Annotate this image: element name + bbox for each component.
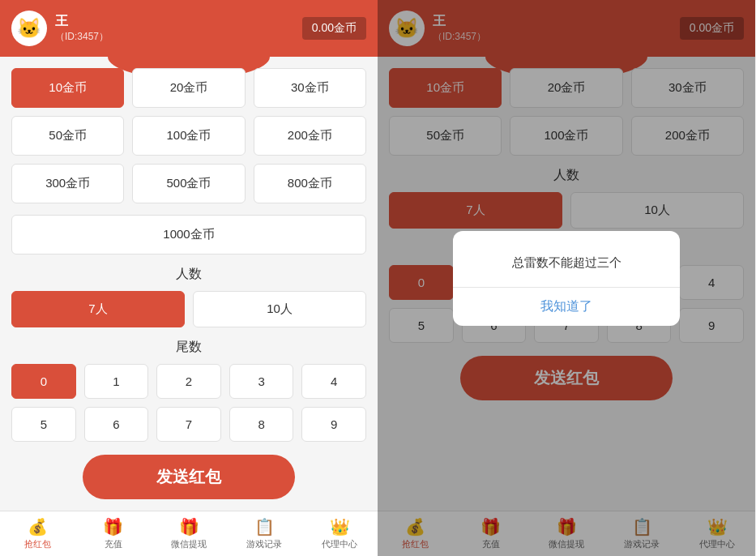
left-user-info: 🐱 王 （ID:3457） <box>11 11 109 46</box>
dialog-overlay: 总雷数不能超过三个 我知道了 <box>378 0 755 556</box>
tail-btn-1[interactable]: 1 <box>84 364 149 399</box>
left-people-title: 人数 <box>11 266 366 283</box>
alert-dialog: 总雷数不能超过三个 我知道了 <box>453 231 680 326</box>
tail-btn-8[interactable]: 8 <box>229 407 294 442</box>
left-nav-grab-label: 抢红包 <box>24 538 51 550</box>
grab-icon: 💰 <box>28 517 48 537</box>
dialog-confirm-button[interactable]: 我知道了 <box>453 288 680 326</box>
left-nav-withdraw[interactable]: 🎁 微信提现 <box>151 511 226 556</box>
amount-btn-20[interactable]: 20金币 <box>132 68 245 108</box>
dialog-footer: 我知道了 <box>453 287 680 326</box>
left-amount-single-row: 1000金币 <box>11 215 366 254</box>
amount-btn-800[interactable]: 800金币 <box>254 164 366 203</box>
amount-btn-300[interactable]: 300金币 <box>11 164 124 203</box>
tail-btn-0[interactable]: 0 <box>11 364 76 399</box>
left-send-button[interactable]: 发送红包 <box>83 455 296 499</box>
agent-icon: 👑 <box>330 517 350 537</box>
tail-btn-3[interactable]: 3 <box>229 364 294 399</box>
amount-btn-1000[interactable]: 1000金币 <box>11 215 366 254</box>
left-avatar: 🐱 <box>11 11 47 46</box>
dialog-body: 总雷数不能超过三个 <box>453 231 680 287</box>
amount-btn-500[interactable]: 500金币 <box>132 164 245 203</box>
withdraw-icon: 🎁 <box>179 517 199 537</box>
left-nav-recharge-label: 充值 <box>105 538 122 550</box>
left-nav-agent-label: 代理中心 <box>322 538 357 550</box>
left-panel: 🐱 王 （ID:3457） 0.00金币 10金币 20金币 30金币 50金币… <box>0 0 378 556</box>
left-nav-history[interactable]: 📋 游戏记录 <box>227 511 302 556</box>
tail-btn-9[interactable]: 9 <box>301 407 366 442</box>
people-btn-10[interactable]: 10人 <box>193 291 366 327</box>
dialog-message: 总雷数不能超过三个 <box>469 255 664 271</box>
right-panel: 🐱 王 （ID:3457） 0.00金币 10金币 20金币 30金币 50金币… <box>378 0 755 556</box>
left-bottom-nav: 💰 抢红包 🎁 充值 🎁 微信提现 📋 游戏记录 👑 代理中心 <box>0 511 378 556</box>
amount-btn-50[interactable]: 50金币 <box>11 116 124 156</box>
amount-btn-30[interactable]: 30金币 <box>254 68 366 108</box>
left-user-name: 王 <box>55 13 109 30</box>
left-user-id: （ID:3457） <box>55 30 109 44</box>
left-nav-withdraw-label: 微信提现 <box>171 538 207 550</box>
history-icon: 📋 <box>254 517 275 537</box>
amount-btn-10[interactable]: 10金币 <box>11 68 124 108</box>
amount-btn-100[interactable]: 100金币 <box>132 116 245 156</box>
people-btn-7[interactable]: 7人 <box>11 291 185 327</box>
left-nav-grab[interactable]: 💰 抢红包 <box>0 511 75 556</box>
left-user-text: 王 （ID:3457） <box>55 13 109 44</box>
left-nav-recharge[interactable]: 🎁 充值 <box>75 511 151 556</box>
left-tail-grid: 0 1 2 3 4 5 6 7 8 9 <box>11 364 366 442</box>
left-people-row: 7人 10人 <box>11 291 366 327</box>
left-coins-badge: 0.00金币 <box>302 17 366 40</box>
tail-btn-4[interactable]: 4 <box>301 364 366 399</box>
left-amount-grid: 10金币 20金币 30金币 50金币 100金币 200金币 300金币 50… <box>11 68 366 203</box>
tail-btn-7[interactable]: 7 <box>156 407 221 442</box>
left-nav-agent[interactable]: 👑 代理中心 <box>302 511 378 556</box>
left-nav-history-label: 游戏记录 <box>246 538 282 550</box>
tail-btn-2[interactable]: 2 <box>156 364 221 399</box>
amount-btn-200[interactable]: 200金币 <box>254 116 366 156</box>
recharge-icon: 🎁 <box>103 517 123 537</box>
left-content: 10金币 20金币 30金币 50金币 100金币 200金币 300金币 50… <box>0 57 378 511</box>
tail-btn-6[interactable]: 6 <box>84 407 149 442</box>
left-tail-title: 尾数 <box>11 339 366 356</box>
left-header: 🐱 王 （ID:3457） 0.00金币 <box>0 0 378 57</box>
tail-btn-5[interactable]: 5 <box>11 407 76 442</box>
